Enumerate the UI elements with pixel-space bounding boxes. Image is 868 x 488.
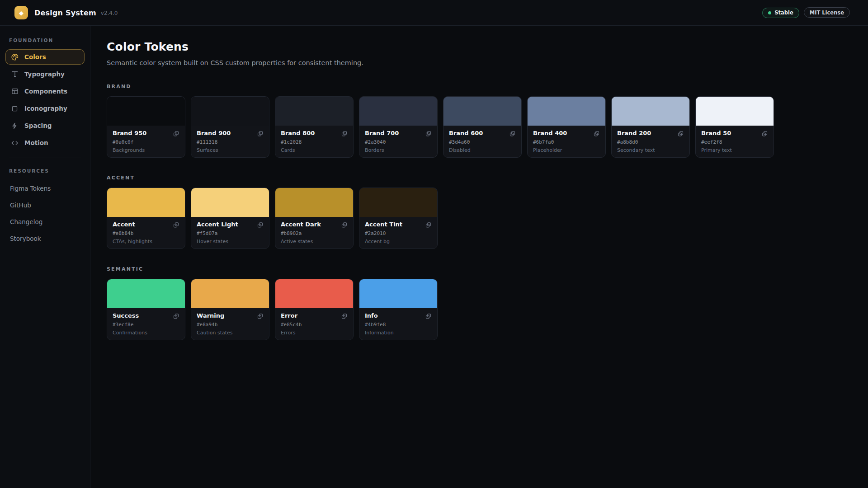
sidebar-item-colors[interactable]: Colors [5,49,85,65]
copy-icon[interactable] [171,129,180,138]
copy-icon[interactable] [424,312,433,321]
token-info: Warning#e8a94bCaution states [191,308,269,336]
copy-icon[interactable] [171,221,180,230]
token-card-error: Error#e85c4bErrors [275,279,354,340]
token-card-accent-dark: Accent Dark#b8902aActive states [275,188,354,249]
sidebar-item-spacing[interactable]: Spacing [5,118,85,133]
token-card-brand-400: Brand 400#6b7fa0Placeholder [527,96,606,158]
token-grid: Success#3ecf8eConfirmationsWarning#e8a94… [107,279,850,340]
token-description: CTAs, highlights [113,239,179,244]
token-info: Brand 50#eef2f8Primary text [696,126,774,153]
color-swatch [107,188,185,217]
token-card-brand-700: Brand 700#2a3040Borders [359,96,438,158]
color-swatch [696,97,774,126]
token-hex: #b8902a [281,230,348,236]
token-info: Brand 400#6b7fa0Placeholder [528,126,605,153]
badge-label: MIT License [810,9,844,16]
token-description: Placeholder [533,147,600,153]
token-card-brand-950: Brand 950#0a0c0fBackgrounds [107,96,185,158]
sidebar-item-motion[interactable]: Motion [5,135,85,150]
color-swatch [191,97,269,126]
sidebar: FOUNDATIONColorsTypographyComponentsIcon… [0,26,90,488]
sidebar-item-label: Motion [24,139,48,146]
token-hex: #eef2f8 [701,139,768,145]
token-description: Cards [281,147,348,153]
copy-icon[interactable] [340,221,349,230]
sidebar-link-label: Storybook [10,235,41,242]
sidebar-link-label: Changelog [10,218,42,225]
token-card-brand-600: Brand 600#3d4a60Disabled [443,96,522,158]
sidebar-link-figma-tokens[interactable]: Figma Tokens [5,180,85,197]
token-section-brand: BRANDBrand 950#0a0c0fBackgroundsBrand 90… [107,84,850,158]
token-section-label: ACCENT [107,175,850,181]
sidebar-item-components[interactable]: Components [5,84,85,99]
copy-icon[interactable] [676,129,685,138]
sidebar-item-typography[interactable]: Typography [5,66,85,82]
header-badges: StableMIT License [758,7,850,18]
token-hex: #a8b8d0 [617,139,684,145]
sidebar-divider [9,158,81,158]
token-section-label: BRAND [107,84,850,89]
color-swatch [191,279,269,308]
sidebar-item-label: Typography [24,70,65,78]
token-hex: #e85c4b [281,322,348,328]
palette-icon [10,53,19,61]
token-name: Brand 950 [113,130,179,136]
copy-icon[interactable] [255,312,264,321]
token-card-brand-900: Brand 900#111318Surfaces [191,96,269,158]
color-swatch [612,97,689,126]
sidebar-link-storybook[interactable]: Storybook [5,230,85,247]
token-description: Information [365,330,432,336]
token-card-success: Success#3ecf8eConfirmations [107,279,185,340]
copy-icon[interactable] [508,129,517,138]
sidebar-item-iconography[interactable]: Iconography [5,101,85,116]
token-hex: #f5d07a [197,230,264,236]
sidebar-link-github[interactable]: GitHub [5,197,85,213]
layout-icon [10,87,19,96]
token-hex: #3d4a60 [449,139,516,145]
page-subtitle: Semantic color system built on CSS custo… [107,59,850,66]
token-description: Primary text [701,147,768,153]
token-card-brand-800: Brand 800#1c2028Cards [275,96,354,158]
copy-icon[interactable] [592,129,601,138]
token-name: Brand 400 [533,130,600,136]
token-description: Confirmations [113,330,179,336]
copy-icon[interactable] [424,129,433,138]
token-hex: #3ecf8e [113,322,179,328]
copy-icon[interactable] [255,129,264,138]
token-hex: #e8b84b [113,230,179,236]
token-description: Accent bg [365,239,432,244]
token-name: Success [113,312,179,319]
token-name: Info [365,312,432,319]
token-sections: BRANDBrand 950#0a0c0fBackgroundsBrand 90… [107,84,850,340]
token-hex: #111318 [197,139,264,145]
sidebar-link-changelog[interactable]: Changelog [5,213,85,230]
token-name: Accent Tint [365,221,432,228]
copy-icon[interactable] [171,312,180,321]
copy-icon[interactable] [340,129,349,138]
token-name: Brand 600 [449,130,516,136]
token-info: Error#e85c4bErrors [275,308,353,336]
copy-icon[interactable] [255,221,264,230]
token-description: Surfaces [197,147,264,153]
app-title: Design System [34,9,96,17]
token-hex: #2a2010 [365,230,432,236]
color-swatch [107,97,185,126]
token-info: Accent Dark#b8902aActive states [275,217,353,244]
token-info: Accent Tint#2a2010Accent bg [359,217,437,244]
sidebar-item-label: Iconography [24,105,67,112]
copy-icon[interactable] [340,312,349,321]
color-swatch [275,97,353,126]
copy-icon[interactable] [760,129,769,138]
sidebar-link-label: GitHub [10,202,31,209]
token-hex: #4b9fe8 [365,322,432,328]
color-swatch [275,188,353,217]
sidebar-link-label: Figma Tokens [10,185,51,192]
token-card-info: Info#4b9fe8Information [359,279,438,340]
color-swatch [275,279,353,308]
token-section-semantic: SEMANTICSuccess#3ecf8eConfirmationsWarni… [107,266,850,340]
copy-icon[interactable] [424,221,433,230]
token-description: Errors [281,330,348,336]
token-info: Brand 950#0a0c0fBackgrounds [107,126,185,153]
token-info: Brand 700#2a3040Borders [359,126,437,153]
